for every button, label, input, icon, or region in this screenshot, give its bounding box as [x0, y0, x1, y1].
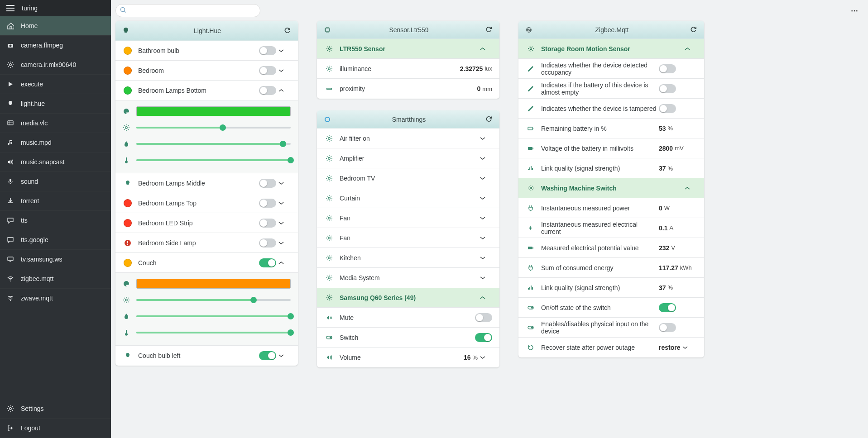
chevron-down-icon[interactable] [278, 69, 291, 72]
chevron-down-icon[interactable] [480, 256, 492, 260]
toggle-switch[interactable] [259, 238, 276, 248]
toggle-switch[interactable] [659, 104, 676, 113]
samsung-group-header[interactable]: Samsung Q60 Series (49) [317, 288, 499, 308]
chevron-down-icon[interactable] [480, 157, 492, 160]
toggle-switch[interactable] [259, 179, 276, 188]
chevron-up-icon[interactable] [684, 186, 697, 190]
sidebar-item-Home[interactable]: Home [0, 16, 111, 36]
smart-group[interactable]: Kitchen [317, 248, 499, 268]
sidebar-item-music-mpd[interactable]: music.mpd [0, 133, 111, 152]
chevron-down-icon[interactable] [278, 221, 291, 225]
toggle-switch[interactable] [259, 199, 276, 208]
sidebar-item-tts[interactable]: tts [0, 211, 111, 230]
toggle-switch[interactable] [259, 86, 276, 95]
toggle-switch[interactable] [475, 313, 492, 322]
sidebar-item-music-snapcast[interactable]: music.snapcast [0, 152, 111, 172]
chevron-up-icon[interactable] [278, 261, 291, 265]
sidebar-item-logout[interactable]: Logout [0, 419, 111, 438]
toggle-switch[interactable] [659, 303, 676, 312]
sidebar-item-zigbee-mqtt[interactable]: zigbee.mqtt [0, 269, 111, 289]
sidebar-item-zwave-mqtt[interactable]: zwave.mqtt [0, 289, 111, 308]
toggle-switch[interactable] [259, 351, 276, 360]
light-row[interactable]: Bedroom Lamps Middle [115, 173, 298, 193]
chevron-down-icon[interactable] [278, 181, 291, 185]
sidebar-item-tv-samsung-ws[interactable]: tv.samsung.ws [0, 250, 111, 269]
chevron-down-icon[interactable] [480, 356, 492, 359]
chevron-down-icon[interactable] [480, 276, 492, 280]
refresh-icon[interactable] [485, 26, 492, 33]
toggle-switch[interactable] [259, 46, 276, 55]
refresh-icon[interactable] [690, 26, 697, 33]
temperature-slider[interactable] [136, 332, 291, 333]
sidebar-item-sound[interactable]: sound [0, 172, 111, 191]
smart-group[interactable]: Media System [317, 268, 499, 288]
menu-icon[interactable] [6, 5, 14, 11]
toggle-switch[interactable] [659, 84, 676, 93]
sidebar-item-camera-ffmpeg[interactable]: camera.ffmpeg [0, 36, 111, 55]
chevron-down-icon[interactable] [480, 176, 492, 180]
light-row[interactable]: Bedroom Lamps Bottom [115, 81, 298, 100]
smart-group[interactable]: Curtain [317, 188, 499, 208]
saturation-slider[interactable] [136, 315, 291, 317]
toggle-switch[interactable] [659, 323, 676, 332]
light-row[interactable]: Bathroom bulb [115, 41, 298, 61]
chevron-up-icon[interactable] [684, 47, 697, 51]
sidebar-item-camera-ir-mlx90640[interactable]: camera.ir.mlx90640 [0, 55, 111, 75]
motion-group-header[interactable]: Storage Room Motion Sensor [518, 39, 704, 59]
wifi-icon [6, 275, 14, 282]
temperature-slider[interactable] [136, 159, 291, 161]
light-label: Couch bulb left [138, 352, 259, 359]
sensor-group-header[interactable]: LTR559 Sensor [317, 39, 499, 59]
toggle-switch[interactable] [259, 219, 276, 228]
light-row[interactable]: Bedroom Side Lamp [115, 233, 298, 253]
light-row[interactable]: Bedroom LED Strip [115, 213, 298, 233]
chevron-up-icon[interactable] [480, 47, 492, 51]
sidebar-item-media-vlc[interactable]: media.vlc [0, 114, 111, 133]
bulb-icon [124, 219, 131, 227]
chevron-down-icon[interactable] [278, 241, 291, 245]
brightness-slider[interactable] [136, 127, 291, 129]
washing-group-header[interactable]: Washing Machine Switch [518, 178, 704, 198]
toggle-switch[interactable] [475, 333, 492, 342]
brightness-slider[interactable] [136, 299, 291, 301]
sidebar-item-torrent[interactable]: torrent [0, 191, 111, 211]
smart-group[interactable]: Air filter on [317, 129, 499, 148]
light-row[interactable]: Couch bulb left [115, 346, 298, 366]
zigbee-row: Instantaneous measured power0 W [518, 198, 704, 218]
smart-group[interactable]: Bedroom TV [317, 168, 499, 188]
chevron-up-icon[interactable] [480, 296, 492, 300]
topbar-menu-icon[interactable]: ⋯ [848, 4, 861, 18]
smart-group[interactable]: Fan [317, 208, 499, 228]
sidebar-item-light-hue[interactable]: light.hue [0, 94, 111, 114]
color-bar[interactable] [136, 106, 291, 116]
sidebar-item-label: torrent [21, 197, 39, 205]
warn-icon [124, 239, 131, 247]
refresh-icon[interactable] [485, 116, 492, 123]
refresh-icon[interactable] [284, 27, 291, 34]
toggle-switch[interactable] [659, 64, 676, 73]
chevron-down-icon[interactable] [682, 346, 695, 349]
toggle-switch[interactable] [259, 66, 276, 75]
color-bar[interactable] [136, 279, 291, 289]
chevron-down-icon[interactable] [278, 354, 291, 357]
saturation-slider[interactable] [136, 143, 291, 145]
sidebar-item-execute[interactable]: execute [0, 75, 111, 94]
gear-icon [324, 45, 334, 52]
chevron-down-icon[interactable] [480, 236, 492, 240]
smart-group[interactable]: Amplifier [317, 148, 499, 168]
light-row[interactable]: Bedroom Lamps Top [115, 193, 298, 213]
chevron-down-icon[interactable] [278, 201, 291, 205]
light-row[interactable]: Couch [115, 253, 298, 273]
search-input[interactable] [115, 4, 260, 17]
card-title: Light.Hue [131, 27, 284, 34]
toggle-switch[interactable] [259, 258, 276, 267]
light-row[interactable]: Bedroom [115, 61, 298, 81]
chevron-down-icon[interactable] [278, 49, 291, 52]
chevron-up-icon[interactable] [278, 89, 291, 92]
smart-group[interactable]: Fan [317, 228, 499, 248]
sidebar-item-tts-google[interactable]: tts.google [0, 230, 111, 250]
chevron-down-icon[interactable] [480, 137, 492, 140]
sidebar-item-settings[interactable]: Settings [0, 399, 111, 419]
chevron-down-icon[interactable] [480, 216, 492, 220]
chevron-down-icon[interactable] [480, 196, 492, 200]
